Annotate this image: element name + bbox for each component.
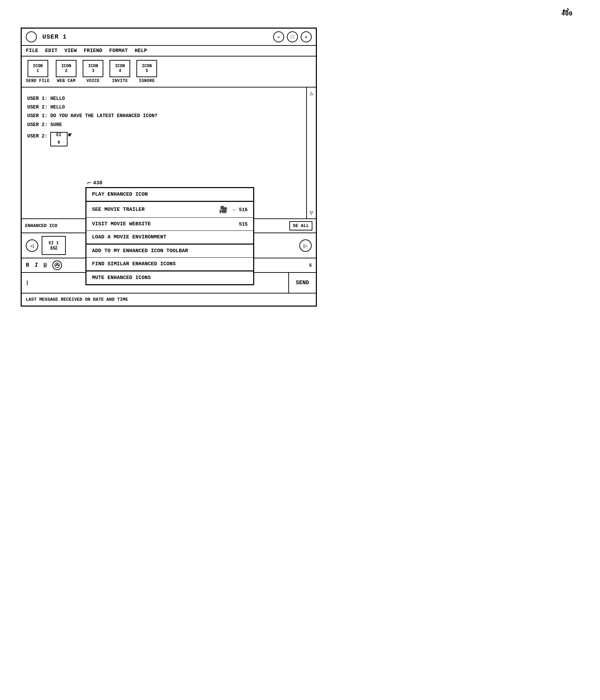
underline-button[interactable]: U (43, 262, 47, 268)
maximize-button[interactable]: □ (287, 31, 298, 42)
ctx-mute-enhanced-icons[interactable]: MUTE ENHANCED ICONS (86, 271, 253, 284)
callout-516-label: ← 516 (233, 207, 248, 213)
carousel-ei-label-bottom: 442 (50, 246, 58, 250)
minimize-button[interactable]: — (273, 31, 284, 42)
carousel-ei-label-top: EI 1 (49, 241, 59, 246)
menu-help[interactable]: HELP (135, 48, 147, 54)
ctx-visit-website-label: VISIT MOVIE WEBSITE (92, 221, 151, 227)
ctx-movie-trailer-right: 🎥 ← 516 (219, 205, 248, 214)
close-button[interactable]: ✕ (301, 31, 312, 42)
menu-friend[interactable]: FRIEND (84, 48, 102, 54)
svg-point-1 (55, 265, 57, 266)
menu-view[interactable]: VIEW (64, 48, 77, 54)
scroll-down-button[interactable]: ▽ (307, 209, 315, 217)
title-left: USER 1 (26, 31, 67, 42)
toolbar-invite: ICON4 INVITE (110, 60, 130, 83)
menu-bar: FILE EDIT VIEW FRIEND FORMAT HELP (22, 46, 316, 56)
label-invite: INVITE (112, 79, 128, 83)
diagram-number: 400 (561, 10, 572, 17)
color-picker-icon (54, 262, 60, 268)
icon-send-file[interactable]: ICON1 (28, 60, 48, 77)
movie-camera-icon: 🎥 (219, 205, 228, 214)
ctx-find-similar-label: FIND SIMILAR ENHANCED ICONS (92, 261, 176, 267)
ctx-play-label: PLAY ENHANCED ICON (92, 192, 148, 197)
chat-message-5-prefix: USER 2: (27, 132, 48, 141)
ctx-add-toolbar-label: ADD TO MY ENHANCED ICON TOOLBAR (92, 248, 188, 254)
carousel-left-button[interactable]: ◁ (26, 239, 38, 252)
window-icon-circle (26, 31, 37, 42)
window-controls: — □ ✕ (273, 31, 312, 42)
label-send-file: SEND FILE (26, 79, 50, 83)
hand-cursor-icon: ☛ (68, 129, 72, 142)
ei-icon-num: 6 (58, 139, 60, 147)
svg-point-3 (56, 264, 58, 265)
main-window: USER 1 — □ ✕ FILE EDIT VIEW FRIEND FORMA… (21, 28, 317, 307)
toolbar-send-file: ICON1 SEND FILE (26, 60, 50, 83)
status-text: LAST MESSAGE RECEIVED ON DATE AND TIME (26, 297, 128, 302)
icon-voice[interactable]: ICON3 (83, 60, 103, 77)
italic-button[interactable]: I (35, 262, 38, 268)
scroll-up-button[interactable]: △ (307, 89, 315, 97)
icon-ignore[interactable]: ICON5 (136, 60, 157, 77)
context-menu: PLAY ENHANCED ICON SEE MOVIE TRAILER 🎥 ←… (85, 187, 254, 285)
toolbar-voice: ICON3 VOICE (83, 60, 103, 83)
ctx-see-movie-trailer[interactable]: SEE MOVIE TRAILER 🎥 ← 516 (86, 202, 253, 218)
callout-515-label: 515 (239, 222, 248, 227)
chat-message-2: USER 2: HELLO (27, 103, 301, 112)
menu-file[interactable]: FILE (26, 48, 38, 54)
status-bar: LAST MESSAGE RECEIVED ON DATE AND TIME (22, 294, 316, 306)
toolbar-ignore: ICON5 IGNORE (136, 60, 157, 83)
ctx-load-movie-env[interactable]: LOAD A MOVIE ENVIRONMENT (86, 231, 253, 244)
ctx-play-enhanced-icon[interactable]: PLAY ENHANCED ICON (86, 188, 253, 201)
toolbar: ICON1 SEND FILE ICON2 WEB CAM ICON3 VOIC… (22, 56, 316, 88)
ctx-mute-label: MUTE ENHANCED ICONS (92, 275, 151, 281)
icon-invite[interactable]: ICON4 (110, 60, 130, 77)
window-title: USER 1 (42, 33, 67, 40)
color-picker-button[interactable] (52, 260, 62, 270)
ctx-visit-movie-website[interactable]: VISIT MOVIE WEBSITE 515 (86, 218, 253, 231)
format-right-label: S (309, 263, 312, 268)
ctx-find-similar[interactable]: FIND SIMILAR ENHANCED ICONS (86, 258, 253, 271)
icon-web-cam[interactable]: ICON2 (56, 60, 76, 77)
carousel-ei-icon[interactable]: EI 1 442 (42, 236, 66, 255)
bold-button[interactable]: B (26, 262, 29, 268)
toolbar-web-cam: ICON2 WEB CAM (56, 60, 76, 83)
chat-scrollbar: △ ▽ (306, 88, 316, 218)
chat-message-1: USER 1: HELLO (27, 94, 301, 103)
label-web-cam: WEB CAM (57, 79, 75, 83)
ei-icon-top: EI (56, 132, 61, 139)
svg-point-2 (58, 265, 59, 266)
browse-all-button[interactable]: SE ALL (289, 221, 312, 230)
ei-chat-icon[interactable]: EI 6 (50, 132, 68, 146)
title-bar: USER 1 — □ ✕ (22, 29, 316, 46)
label-voice: VOICE (86, 79, 100, 83)
chat-message-5-row: USER 2: EI 6 ☛ (27, 132, 301, 146)
ctx-load-env-label: LOAD A MOVIE ENVIRONMENT (92, 234, 166, 240)
label-ignore: IGNORE (139, 79, 155, 83)
send-button[interactable]: SEND (288, 273, 316, 293)
ctx-movie-trailer-label: SEE MOVIE TRAILER (92, 207, 145, 213)
carousel-right-button[interactable]: ▷ (299, 239, 312, 252)
chat-message-3: USER 1: DO YOU HAVE THE LATEST ENHANCED … (27, 112, 301, 120)
ctx-add-to-toolbar[interactable]: ADD TO MY ENHANCED ICON TOOLBAR (86, 245, 253, 258)
menu-edit[interactable]: EDIT (45, 48, 58, 54)
menu-format[interactable]: FORMAT (109, 48, 128, 54)
ei-chat-icon-wrapper: EI 6 ☛ (50, 132, 68, 146)
chat-message-4: USER 2: SURE (27, 121, 301, 129)
